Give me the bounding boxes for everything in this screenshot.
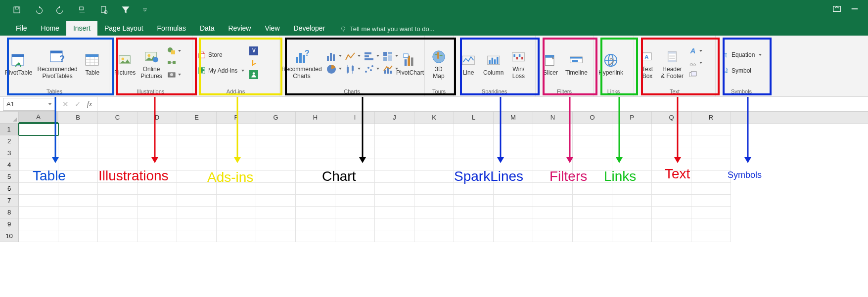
cell-G2[interactable] [256,135,296,147]
cell-F10[interactable] [217,230,256,242]
bing-addin-button[interactable] [249,58,258,67]
cell-H3[interactable] [296,147,335,159]
cell-K10[interactable] [414,230,454,242]
hierarchy-chart-icon[interactable] [381,50,394,62]
cell-R8[interactable] [691,207,731,218]
cell-G5[interactable] [256,171,296,183]
ribbon-options-icon[interactable] [832,4,841,15]
cell-N9[interactable] [533,218,573,230]
cell-Q9[interactable] [652,218,691,230]
tab-review[interactable]: Review [222,21,258,36]
cell-I6[interactable] [335,183,375,195]
tab-data[interactable]: Data [193,21,222,36]
cell-N6[interactable] [533,183,573,195]
cell-J6[interactable] [375,183,414,195]
cell-K8[interactable] [414,207,454,218]
tab-home[interactable]: Home [34,21,66,36]
cell-K4[interactable] [414,159,454,171]
table-button[interactable]: Table [81,49,104,77]
cell-L8[interactable] [454,207,494,218]
column-header-R[interactable]: R [691,112,731,123]
cell-J3[interactable] [375,147,414,159]
pictures-button[interactable]: Pictures [112,49,137,77]
cell-I3[interactable] [335,147,375,159]
row-header-6[interactable]: 6 [0,183,19,195]
tab-formulas[interactable]: Formulas [150,21,193,36]
cell-J2[interactable] [375,135,414,147]
cell-B10[interactable] [58,230,98,242]
cell-M10[interactable] [494,230,533,242]
row-header-9[interactable]: 9 [0,218,19,230]
sparkline-line-button[interactable]: Line [457,49,480,77]
cell-G8[interactable] [256,207,296,218]
cell-Q1[interactable] [652,124,691,135]
cell-L3[interactable] [454,147,494,159]
column-header-B[interactable]: B [58,112,98,123]
column-header-H[interactable]: H [296,112,335,123]
cell-P6[interactable] [612,183,652,195]
cell-B1[interactable] [58,124,98,135]
cell-C7[interactable] [98,195,137,207]
smartart-button[interactable] [167,58,181,67]
column-header-I[interactable]: I [335,112,375,123]
cell-H6[interactable] [296,183,335,195]
cell-K1[interactable] [414,124,454,135]
cell-Q10[interactable] [652,230,691,242]
column-chart-icon[interactable] [325,50,338,62]
cell-B2[interactable] [58,135,98,147]
cell-R2[interactable] [691,135,731,147]
cell-D8[interactable] [137,207,177,218]
cell-N7[interactable] [533,195,573,207]
cell-B3[interactable] [58,147,98,159]
cell-P8[interactable] [612,207,652,218]
cell-A7[interactable] [19,195,58,207]
cell-J9[interactable] [375,218,414,230]
cell-C8[interactable] [98,207,137,218]
cell-F9[interactable] [217,218,256,230]
object-button[interactable] [688,70,702,79]
cell-N10[interactable] [533,230,573,242]
cell-O10[interactable] [573,230,612,242]
select-all-button[interactable] [0,112,19,123]
header-footer-button[interactable]: Header & Footer [659,45,685,80]
textbox-button[interactable]: A Text Box [637,45,658,80]
cell-O8[interactable] [573,207,612,218]
slicer-button[interactable]: Slicer [539,49,562,77]
row-header-4[interactable]: 4 [0,159,19,171]
cell-L10[interactable] [454,230,494,242]
touch-mode-icon[interactable] [76,4,88,16]
cell-D10[interactable] [137,230,177,242]
cell-C10[interactable] [98,230,137,242]
online-pictures-button[interactable]: Online Pictures [138,45,164,80]
cell-D6[interactable] [137,183,177,195]
cell-I10[interactable] [335,230,375,242]
recommended-pivottables-button[interactable]: ? Recommended PivotTables [35,45,79,80]
visio-addin-button[interactable]: V [249,46,258,55]
cell-L2[interactable] [454,135,494,147]
cell-H1[interactable] [296,124,335,135]
cell-P7[interactable] [612,195,652,207]
timeline-button[interactable]: Timeline [563,49,590,77]
cell-E3[interactable] [177,147,217,159]
cell-K7[interactable] [414,195,454,207]
combo-chart-icon[interactable] [381,63,394,75]
column-header-O[interactable]: O [573,112,612,123]
cell-R10[interactable] [691,230,731,242]
column-header-C[interactable]: C [98,112,137,123]
cell-G10[interactable] [256,230,296,242]
cell-O1[interactable] [573,124,612,135]
cell-A10[interactable] [19,230,58,242]
save-icon[interactable] [11,4,23,16]
cell-I8[interactable] [335,207,375,218]
cell-E9[interactable] [177,218,217,230]
symbol-button[interactable]: ΩSymbol [721,66,762,75]
cell-H7[interactable] [296,195,335,207]
cell-D9[interactable] [137,218,177,230]
cell-Q2[interactable] [652,135,691,147]
shapes-button[interactable] [167,46,181,55]
cell-E2[interactable] [177,135,217,147]
cell-O9[interactable] [573,218,612,230]
pie-chart-icon[interactable] [325,63,338,75]
cell-J7[interactable] [375,195,414,207]
tab-page-layout[interactable]: Page Layout [97,21,150,36]
